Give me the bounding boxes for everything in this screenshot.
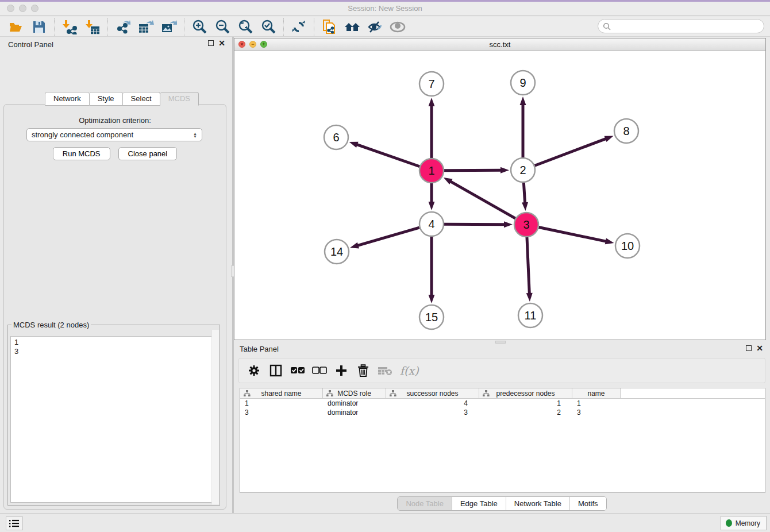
network-close-button[interactable]: × <box>238 41 245 48</box>
graph-node-label: 8 <box>623 125 629 137</box>
duplicate-network-icon[interactable] <box>318 18 341 36</box>
tab-select[interactable]: Select <box>123 92 160 106</box>
search-input[interactable] <box>614 22 757 30</box>
close-window-button[interactable] <box>7 5 14 12</box>
network-canvas[interactable]: 7968124314101511 <box>234 51 765 340</box>
cell-name[interactable]: 3 <box>572 408 621 417</box>
window-controls <box>7 5 38 12</box>
save-icon[interactable] <box>28 18 51 36</box>
show-columns-icon[interactable] <box>267 361 285 380</box>
graph-node-label: 6 <box>333 131 339 144</box>
toolbar-separator <box>107 18 108 36</box>
tab-mcds[interactable]: MCDS <box>160 92 199 106</box>
graph-edge[interactable] <box>444 170 502 171</box>
graph-edge[interactable] <box>539 228 607 242</box>
network-window-titlebar[interactable]: × − + scc.txt <box>234 38 765 51</box>
cell-predecessor-nodes[interactable]: 1 <box>479 399 572 408</box>
cell-name[interactable]: 1 <box>572 399 621 408</box>
open-folder-icon[interactable] <box>5 18 28 36</box>
graph-node-label: 3 <box>523 218 529 231</box>
control-panel-title: Control Panel <box>8 40 53 49</box>
maximize-window-button[interactable] <box>31 5 38 12</box>
birdseye-eye-icon[interactable] <box>387 18 410 36</box>
tab-node-table[interactable]: Node Table <box>398 497 452 510</box>
zoom-fit-icon[interactable] <box>234 18 257 36</box>
tab-network-table[interactable]: Network Table <box>506 497 570 510</box>
float-table-panel-icon[interactable] <box>746 345 752 351</box>
zoom-out-icon[interactable] <box>211 18 234 36</box>
table-row[interactable]: 1 dominator 4 1 1 <box>240 399 765 408</box>
export-network-icon[interactable] <box>111 18 134 36</box>
graph-node-label: 2 <box>519 164 526 176</box>
network-minimize-button[interactable]: − <box>249 41 256 48</box>
mcds-result-text[interactable]: 1 3 <box>10 336 217 503</box>
zoom-selected-icon[interactable] <box>257 18 280 36</box>
select-all-icon[interactable] <box>288 361 307 380</box>
close-panel-button[interactable]: Close panel <box>118 147 178 160</box>
minimize-window-button[interactable] <box>19 5 26 12</box>
graph-edge[interactable] <box>523 183 525 203</box>
cell-predecessor-nodes[interactable]: 2 <box>479 408 572 417</box>
table-row[interactable]: 3 dominator 3 2 3 <box>240 408 765 417</box>
network-maximize-button[interactable]: + <box>260 41 267 48</box>
cell-shared-name[interactable]: 1 <box>240 399 323 408</box>
delete-row-trash-icon[interactable] <box>354 361 372 380</box>
criterion-select[interactable]: strongly connected component ▲▼ <box>26 128 202 141</box>
search-icon <box>603 22 611 30</box>
graph-edge[interactable] <box>356 144 419 167</box>
export-table-icon[interactable] <box>134 18 157 36</box>
function-builder-icon: f(x) <box>400 364 419 377</box>
mcds-result-group: MCDS result (2 nodes) 1 3 <box>7 321 220 506</box>
run-mcds-button[interactable]: Run MCDS <box>53 147 110 160</box>
graph-edge-arrowhead <box>349 142 359 148</box>
settings-gear-icon[interactable] <box>245 361 263 380</box>
cell-mcds-role[interactable]: dominator <box>323 399 386 408</box>
cell-shared-name[interactable]: 3 <box>240 408 323 417</box>
column-header-name[interactable]: name <box>572 388 621 398</box>
zoom-in-icon[interactable] <box>188 18 211 36</box>
home-layout-icon[interactable] <box>341 18 364 36</box>
column-header-predecessor-nodes[interactable]: predecessor nodes <box>479 388 572 398</box>
graph-edge-arrowhead <box>500 167 509 174</box>
table-panel-title: Table Panel <box>240 345 279 353</box>
graph-edge[interactable] <box>357 228 419 246</box>
tab-motifs[interactable]: Motifs <box>570 497 606 510</box>
graph-edge-arrowhead <box>522 202 528 211</box>
graph-node-label: 10 <box>621 240 634 252</box>
graph-node-label: 1 <box>428 164 434 177</box>
cell-successor-nodes[interactable]: 3 <box>386 408 479 417</box>
close-table-panel-icon[interactable]: ✕ <box>756 345 763 351</box>
node-table[interactable]: shared name MCDS role successor nodes pr… <box>240 388 765 493</box>
control-panel: Control Panel ✕ Network Style Select MCD… <box>0 37 232 513</box>
task-history-button[interactable] <box>6 516 23 530</box>
graph-edge[interactable] <box>527 237 529 294</box>
add-row-icon[interactable] <box>332 361 351 380</box>
column-header-shared-name[interactable]: shared name <box>240 388 323 398</box>
close-panel-icon[interactable]: ✕ <box>218 40 225 46</box>
graph-edge-arrowhead <box>605 136 614 141</box>
cell-mcds-role[interactable]: dominator <box>323 408 386 417</box>
import-network-icon[interactable] <box>58 18 81 36</box>
memory-button[interactable]: Memory <box>721 516 767 530</box>
toolbar-separator <box>54 18 55 36</box>
result-scrollbar[interactable] <box>211 330 219 504</box>
column-header-successor-nodes[interactable]: successor nodes <box>386 388 479 398</box>
export-image-icon[interactable] <box>157 18 180 36</box>
search-field[interactable] <box>598 19 764 33</box>
unselect-all-icon[interactable] <box>310 361 329 380</box>
float-panel-icon[interactable] <box>208 40 214 46</box>
refresh-icon[interactable] <box>287 18 310 36</box>
cell-successor-nodes[interactable]: 4 <box>386 399 479 408</box>
graph-edge[interactable] <box>535 138 607 165</box>
tab-edge-table[interactable]: Edge Table <box>452 497 506 510</box>
tab-style[interactable]: Style <box>90 92 123 106</box>
graph-node-label: 14 <box>330 245 343 258</box>
column-header-mcds-role[interactable]: MCDS role <box>323 388 386 398</box>
tab-network[interactable]: Network <box>45 92 90 106</box>
graph-node-label: 9 <box>519 76 526 89</box>
criterion-value: strongly connected component <box>32 130 133 139</box>
import-table-icon[interactable] <box>81 18 104 36</box>
hide-panel-eye-icon[interactable] <box>364 18 387 36</box>
graph-edge[interactable] <box>444 224 505 225</box>
graph-edge[interactable] <box>450 181 515 218</box>
